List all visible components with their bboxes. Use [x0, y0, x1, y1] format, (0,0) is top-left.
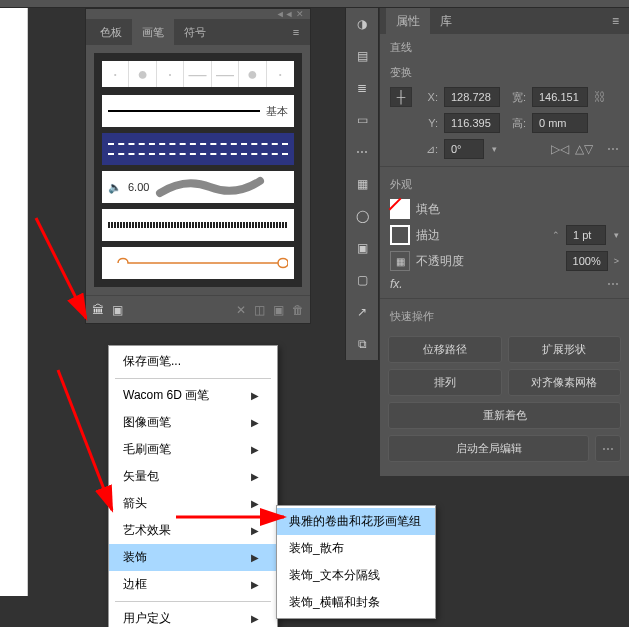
x-value[interactable]: 128.728	[444, 87, 500, 107]
properties-tabs: 属性 库 ≡	[380, 8, 629, 34]
rotate-label: ⊿:	[418, 143, 438, 156]
brush-thumb-2[interactable]: ●	[129, 61, 156, 87]
menu-border[interactable]: 边框 ▶	[109, 571, 277, 598]
remove-stroke-icon[interactable]: ✕	[236, 303, 246, 317]
btn-recolor[interactable]: 重新着色	[388, 402, 621, 429]
submenu-arrow-icon: ▶	[251, 552, 259, 563]
link-icon[interactable]: ⛓	[594, 90, 606, 104]
color-mixer-icon[interactable]: ◑	[352, 14, 372, 34]
opacity-value[interactable]: 100%	[566, 251, 608, 271]
more-appearance-icon[interactable]: ⋯	[607, 277, 619, 291]
menu-arrows[interactable]: 箭头 ▶	[109, 490, 277, 517]
delete-brush-icon[interactable]: 🗑	[292, 303, 304, 317]
brush-strip-pattern[interactable]	[102, 133, 294, 165]
menu-bristle[interactable]: 毛刷画笔 ▶	[109, 436, 277, 463]
btn-align-pixel[interactable]: 对齐像素网格	[508, 369, 622, 396]
artboard-icon[interactable]: ⧉	[352, 334, 372, 354]
brush-strip-basic[interactable]: 基本	[102, 95, 294, 127]
lines-icon[interactable]: ≣	[352, 78, 372, 98]
brush-library-menu: 保存画笔... Wacom 6D 画笔 ▶ 图像画笔 ▶ 毛刷画笔 ▶ 矢量包 …	[108, 345, 278, 627]
dock-panel: ◑ ▤ ≣ ▭ ⋯ ▦ ◯ ▣ ▢ ↗ ⧉	[345, 8, 379, 360]
tab-symbols[interactable]: 符号	[174, 25, 216, 40]
menu-art-effects[interactable]: 艺术效果 ▶	[109, 517, 277, 544]
brush-thumb-1[interactable]: ·	[102, 61, 129, 87]
btn-expand-shape[interactable]: 扩展形状	[508, 336, 622, 363]
section-appearance: 外观	[380, 171, 629, 196]
w-value[interactable]: 146.151	[532, 87, 588, 107]
menu-image-brush-label: 图像画笔	[123, 414, 171, 431]
flip-v-icon[interactable]: △▽	[575, 142, 593, 156]
brush-preview-area: · ● · — — ● · 基本 🔈 6.00	[94, 53, 302, 287]
brush-thumb-6[interactable]: ●	[239, 61, 266, 87]
circle-icon[interactable]: ◯	[352, 206, 372, 226]
panel-menu-icon[interactable]: ≡	[602, 14, 629, 28]
swatches-icon[interactable]: ▤	[352, 46, 372, 66]
btn-global-edit-options[interactable]: ⋯	[595, 435, 621, 462]
btn-arrange[interactable]: 排列	[388, 369, 502, 396]
opacity-arrow-icon[interactable]: >	[614, 256, 619, 266]
section-line: 直线	[380, 34, 629, 59]
rotate-value[interactable]: 0°	[444, 139, 484, 159]
grid-icon[interactable]: ▦	[352, 174, 372, 194]
menu-user-defined[interactable]: 用户定义 ▶	[109, 605, 277, 627]
submenu-scatter[interactable]: 装饰_散布	[277, 535, 435, 562]
brush-strip-calligraphic[interactable]: 🔈 6.00	[102, 171, 294, 203]
y-value[interactable]: 116.395	[444, 113, 500, 133]
tab-properties[interactable]: 属性	[386, 8, 430, 34]
brush-strip-decorative[interactable]	[102, 247, 294, 279]
submenu-elegant-curl[interactable]: 典雅的卷曲和花形画笔组	[277, 508, 435, 535]
submenu-text-divider[interactable]: 装饰_文本分隔线	[277, 562, 435, 589]
btn-offset-path[interactable]: 位移路径	[388, 336, 502, 363]
reference-point-icon[interactable]: ┼	[390, 87, 412, 107]
brush-thumb-5[interactable]: —	[212, 61, 239, 87]
brush-thumb-3[interactable]: ·	[157, 61, 184, 87]
brush-size-value: 6.00	[128, 181, 149, 193]
brush-thumb-7[interactable]: ·	[267, 61, 294, 87]
submenu-arrow-icon: ▶	[251, 613, 259, 624]
menu-decorative-label: 装饰	[123, 549, 147, 566]
menu-border-label: 边框	[123, 576, 147, 593]
menu-save-brushes[interactable]: 保存画笔...	[109, 348, 277, 375]
brush-strip-charcoal[interactable]	[102, 209, 294, 241]
menu-save-brushes-label: 保存画笔...	[123, 353, 181, 370]
stroke-width-value[interactable]: 1 pt	[566, 225, 606, 245]
menu-wacom[interactable]: Wacom 6D 画笔 ▶	[109, 382, 277, 409]
tab-library[interactable]: 库	[430, 13, 462, 30]
brush-options-icon[interactable]: ◫	[254, 303, 265, 317]
gradient-icon[interactable]: ▭	[352, 110, 372, 130]
panel-menu-icon[interactable]: ≡	[286, 19, 306, 45]
layers-icon[interactable]: ▣	[352, 238, 372, 258]
submenu-arrow-icon: ▶	[251, 471, 259, 482]
speaker-icon: 🔈	[108, 181, 122, 194]
h-value[interactable]: 0 mm	[532, 113, 588, 133]
brush-libraries-icon[interactable]: 🏛	[92, 303, 104, 317]
export-icon[interactable]: ↗	[352, 302, 372, 322]
tab-brushes[interactable]: 画笔	[132, 19, 174, 45]
more-icon[interactable]: ⋯	[352, 142, 372, 162]
submenu-arrow-icon: ▶	[251, 498, 259, 509]
btn-global-edit[interactable]: 启动全局编辑	[388, 435, 589, 462]
opacity-icon[interactable]: ▦	[390, 251, 410, 271]
stroke-label: 描边	[416, 227, 440, 244]
new-brush-icon[interactable]: ▣	[273, 303, 284, 317]
fx-label[interactable]: fx.	[390, 277, 403, 291]
fill-swatch[interactable]	[390, 199, 410, 219]
libraries-icon[interactable]: ▣	[112, 303, 123, 317]
doc-icon[interactable]: ▢	[352, 270, 372, 290]
flip-h-icon[interactable]: ▷◁	[551, 142, 569, 156]
stroke-swatch[interactable]	[390, 225, 410, 245]
section-quick: 快速操作	[380, 303, 629, 328]
menu-vector[interactable]: 矢量包 ▶	[109, 463, 277, 490]
menu-art-effects-label: 艺术效果	[123, 522, 171, 539]
menu-image-brush[interactable]: 图像画笔 ▶	[109, 409, 277, 436]
brushes-panel: ◄◄ ✕ 色板 画笔 符号 ≡ · ● · — — ● · 基本 🔈 6.00	[85, 8, 311, 324]
opacity-label: 不透明度	[416, 253, 464, 270]
h-label: 高:	[506, 116, 526, 131]
menu-decorative[interactable]: 装饰 ▶	[109, 544, 277, 571]
brush-thumb-4[interactable]: —	[184, 61, 211, 87]
tab-swatches[interactable]: 色板	[90, 25, 132, 40]
more-transform-icon[interactable]: ⋯	[607, 142, 619, 156]
y-label: Y:	[418, 117, 438, 129]
submenu-arrow-icon: ▶	[251, 390, 259, 401]
submenu-banners[interactable]: 装饰_横幅和封条	[277, 589, 435, 616]
